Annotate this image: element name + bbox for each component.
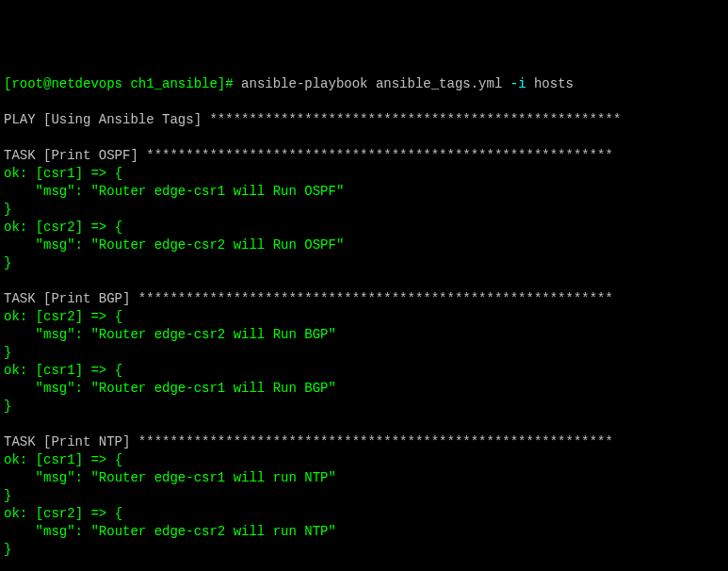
task-stars: ****************************************… <box>138 434 613 449</box>
task-header-bgp: TASK [Print BGP] <box>4 291 130 306</box>
ok-host-close: ] <box>75 363 83 378</box>
msg-value: Router edge-csr1 will run NTP <box>99 470 329 485</box>
close-brace: } <box>4 399 11 414</box>
arrow: => <box>90 309 106 324</box>
msg-quote-close: " <box>328 327 335 342</box>
msg-value: Router edge-csr1 will Run BGP <box>99 381 329 396</box>
ok-host-close: ] <box>75 452 83 467</box>
msg-value: Router edge-csr2 will run NTP <box>99 524 329 539</box>
close-brace: } <box>4 542 11 557</box>
msg-key: "msg": <box>36 327 83 342</box>
play-stars: ****************************************… <box>209 112 621 127</box>
command-text: ansible-playbook ansible_tags.yml <box>241 76 502 91</box>
host-name: csr2 <box>43 506 75 521</box>
arrow: => <box>90 506 106 521</box>
ok-prefix: ok: <box>4 363 27 378</box>
open-brace: { <box>115 220 122 235</box>
arrow: => <box>90 363 106 378</box>
ok-host: [ <box>36 220 43 235</box>
ok-host: [ <box>36 309 43 324</box>
ok-prefix: ok: <box>4 309 27 324</box>
ok-host-close: ] <box>75 506 83 521</box>
host-name: csr2 <box>43 309 75 324</box>
msg-quote: " <box>90 184 98 199</box>
task-stars: ****************************************… <box>138 291 613 306</box>
msg-quote-close: " <box>328 524 335 539</box>
open-brace: { <box>115 363 122 378</box>
ok-prefix: ok: <box>4 506 27 521</box>
ok-host: [ <box>36 506 43 521</box>
arrow: => <box>90 452 106 467</box>
ok-prefix: ok: <box>4 166 27 181</box>
msg-value: Router edge-csr1 will Run OSPF <box>99 184 336 199</box>
msg-quote: " <box>90 237 98 253</box>
ok-host: [ <box>36 166 43 181</box>
msg-quote: " <box>90 381 98 396</box>
prompt-close: ]# <box>218 76 234 91</box>
msg-quote: " <box>90 327 98 342</box>
open-brace: { <box>115 506 122 521</box>
open-brace: { <box>115 309 122 324</box>
arrow: => <box>90 220 106 235</box>
prompt-cwd: ch1_ansible <box>130 76 217 91</box>
close-brace: } <box>4 345 11 360</box>
close-brace: } <box>4 202 11 217</box>
terminal-output: [root@netdevops ch1_ansible]# ansible-pl… <box>4 75 724 571</box>
msg-quote: " <box>90 524 98 539</box>
ok-host: [ <box>36 363 43 378</box>
close-brace: } <box>4 255 11 270</box>
host-name: csr2 <box>43 220 75 235</box>
msg-value: Router edge-csr2 will Run OSPF <box>99 237 336 253</box>
arrow: => <box>90 166 106 181</box>
play-header: PLAY [Using Ansible Tags] <box>4 112 202 127</box>
ok-host-close: ] <box>75 309 83 324</box>
msg-quote-close: " <box>336 237 344 253</box>
host-name: csr1 <box>43 166 75 181</box>
ok-host: [ <box>36 452 43 467</box>
command-arg: hosts <box>534 76 574 91</box>
host-name: csr1 <box>43 452 75 467</box>
ok-host-close: ] <box>75 220 83 235</box>
close-brace: } <box>4 488 11 503</box>
msg-key: "msg": <box>36 381 83 396</box>
msg-value: Router edge-csr2 will Run BGP <box>99 327 329 342</box>
msg-quote-close: " <box>328 381 335 396</box>
msg-quote-close: " <box>328 470 335 485</box>
command-flag: -i <box>510 76 526 91</box>
task-header-ospf: TASK [Print OSPF] <box>4 148 138 163</box>
open-brace: { <box>115 166 122 181</box>
host-name: csr1 <box>43 363 75 378</box>
msg-key: "msg": <box>36 237 83 253</box>
task-header-ntp: TASK [Print NTP] <box>4 434 130 449</box>
prompt-user-host: [root@netdevops <box>4 76 122 91</box>
msg-key: "msg": <box>36 470 83 485</box>
task-stars: ****************************************… <box>146 148 613 163</box>
msg-quote-close: " <box>336 184 344 199</box>
msg-key: "msg": <box>36 184 83 199</box>
ok-prefix: ok: <box>4 220 27 235</box>
msg-key: "msg": <box>36 524 83 539</box>
ok-host-close: ] <box>75 166 83 181</box>
msg-quote: " <box>90 470 98 485</box>
ok-prefix: ok: <box>4 452 27 467</box>
open-brace: { <box>115 452 122 467</box>
